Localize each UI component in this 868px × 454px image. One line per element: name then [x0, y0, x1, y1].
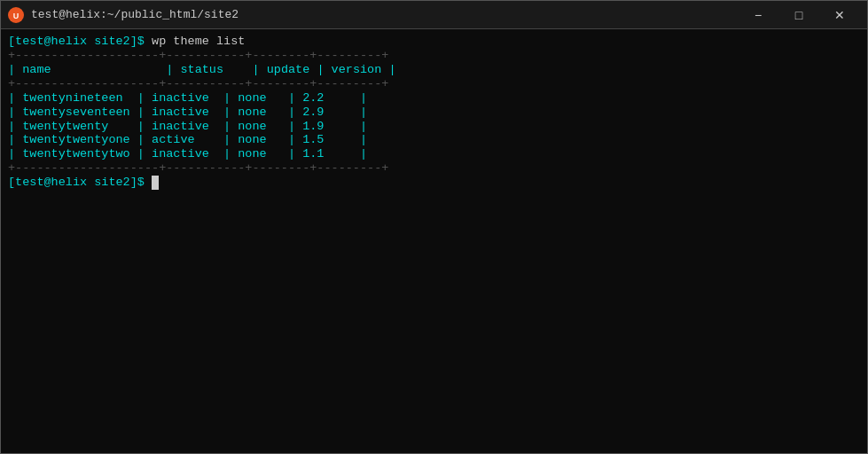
command-text: wp theme list [152, 35, 245, 48]
separator-bot: +--------------------+-----------+------… [8, 161, 860, 176]
app-icon: U [8, 7, 24, 23]
second-prompt-line: [test@helix site2]$ [8, 176, 860, 190]
separator-mid: +--------------------+-----------+------… [8, 77, 860, 91]
table-row: | twentytwentytwo | inactive | none | 1.… [8, 147, 860, 161]
window-title: test@helix:~/public_html/site2 [31, 8, 731, 21]
prompt-text: [test@helix site2]$ [8, 35, 152, 48]
maximize-button[interactable]: □ [778, 1, 819, 29]
svg-text:U: U [13, 12, 20, 20]
table-row: | twentyseventeen | inactive | none | 2.… [8, 106, 860, 120]
second-prompt-text: [test@helix site2]$ [8, 176, 152, 189]
table-row: | twentynineteen | inactive | none | 2.2… [8, 91, 860, 106]
cursor [152, 176, 159, 190]
command-line: [test@helix site2]$ wp theme list [8, 35, 860, 49]
separator-top: +--------------------+-----------+------… [8, 49, 860, 63]
window-controls: − □ ✕ [738, 1, 860, 29]
table-header: | name | status | update | version | [8, 63, 860, 77]
table-row: | twentytwentyone | active | none | 1.5 … [8, 133, 860, 147]
table-row: | twentytwenty | inactive | none | 1.9 | [8, 120, 860, 134]
close-button[interactable]: ✕ [819, 1, 860, 29]
minimize-button[interactable]: − [738, 1, 778, 29]
terminal-window: U test@helix:~/public_html/site2 − □ ✕ [… [0, 0, 868, 454]
titlebar: U test@helix:~/public_html/site2 − □ ✕ [1, 1, 867, 29]
terminal-body[interactable]: [test@helix site2]$ wp theme list +-----… [1, 29, 867, 453]
